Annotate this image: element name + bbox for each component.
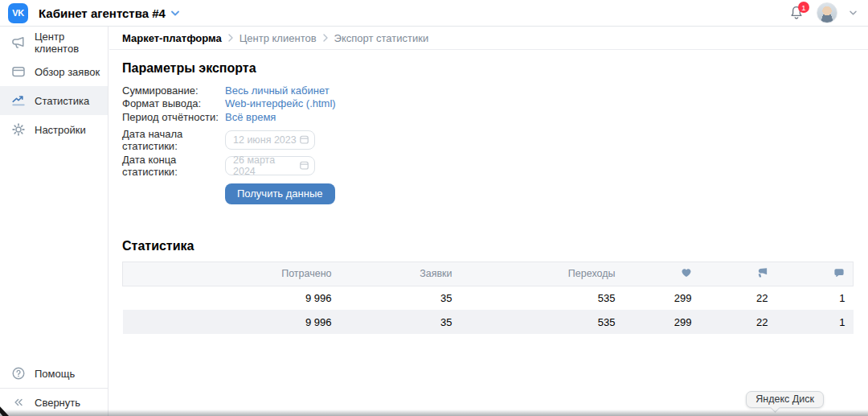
form-row-report-period: Период отчётности: Всё время xyxy=(122,110,854,124)
statistics-icon xyxy=(10,93,27,109)
vk-logo-icon[interactable]: VK xyxy=(8,3,28,23)
output-format-select-link[interactable]: Web-интерфейс (.html) xyxy=(225,97,336,109)
calendar-icon xyxy=(299,134,309,145)
spent-cell: 9 996 xyxy=(215,286,340,310)
end-date-value: 26 марта 2024 xyxy=(233,154,299,177)
orders-icon xyxy=(10,64,27,80)
table-row: 9 996 35 535 299 22 1 xyxy=(123,310,854,334)
breadcrumb-clients-center[interactable]: Центр клиентов xyxy=(240,32,317,44)
chevron-down-icon xyxy=(171,10,179,16)
report-period-select-link[interactable]: Всё время xyxy=(225,111,276,123)
get-data-button[interactable]: Получить данные xyxy=(225,183,335,204)
form-row-end-date: Дата конца статистики: 26 марта 2024 xyxy=(122,156,854,175)
reposts-column-header xyxy=(700,262,776,286)
sidebar-spacer xyxy=(0,144,108,359)
sidebar-item-label: Помощь xyxy=(35,368,75,380)
gear-icon xyxy=(10,122,27,138)
sidebar-item-settings[interactable]: Настройки xyxy=(0,115,108,144)
sidebar-item-help[interactable]: Помощь xyxy=(0,359,108,388)
row-label-cell xyxy=(123,286,215,310)
comments-column-header xyxy=(776,262,854,286)
sidebar-item-label: Свернуть xyxy=(35,397,80,409)
statistics-title: Статистика xyxy=(122,239,854,253)
form-label: Суммирование: xyxy=(122,84,225,97)
chevron-right-icon xyxy=(323,34,328,42)
comment-icon xyxy=(833,267,845,281)
sidebar-item-orders-overview[interactable]: Обзор заявок xyxy=(0,57,108,86)
export-params-title: Параметры экспорта xyxy=(122,61,854,76)
row-label-cell xyxy=(123,310,215,334)
form-row-summation: Суммирование: Весь личный кабинет xyxy=(122,84,854,97)
summation-select-link[interactable]: Весь личный кабинет xyxy=(225,84,330,97)
profile-chevron-down-icon[interactable] xyxy=(850,10,857,15)
sidebar-item-label: Настройки xyxy=(35,124,86,136)
sidebar-item-label: Статистика xyxy=(35,95,89,107)
likes-cell: 299 xyxy=(624,286,700,310)
megaphone-filled-icon xyxy=(756,266,768,281)
spent-cell: 9 996 xyxy=(215,310,340,334)
form-label: Дата начала статистики: xyxy=(122,128,225,152)
calendar-icon xyxy=(299,160,309,171)
leads-cell: 35 xyxy=(340,310,461,334)
notification-badge: 1 xyxy=(798,2,809,13)
form-label: Период отчётности: xyxy=(122,111,225,123)
clicks-column-header: Переходы xyxy=(461,262,624,286)
clicks-cell: 535 xyxy=(461,286,624,310)
megaphone-icon xyxy=(10,35,27,51)
start-date-value: 12 июня 2023 xyxy=(233,134,297,146)
table-header-row: Потрачено Заявки Переходы xyxy=(123,262,854,286)
cabinet-title: Кабинет агентства #4 xyxy=(39,6,166,20)
empty-header-cell xyxy=(123,262,215,286)
form-row-start-date: Дата начала статистики: 12 июня 2023 xyxy=(122,130,854,150)
likes-cell: 299 xyxy=(624,310,700,334)
top-bar: VK Кабинет агентства #4 1 xyxy=(0,0,868,27)
sidebar-item-label: Обзор заявок xyxy=(35,66,100,78)
breadcrumb: Маркет-платформа Центр клиентов Экспорт … xyxy=(109,27,868,50)
breadcrumb-export-statistics: Экспорт статистики xyxy=(334,32,429,44)
start-date-field[interactable]: 12 июня 2023 xyxy=(225,130,315,150)
sidebar-item-clients-center[interactable]: Центр клиентов xyxy=(0,28,108,57)
leads-cell: 35 xyxy=(340,286,461,310)
notifications-button[interactable]: 1 xyxy=(788,5,805,21)
form-row-output-format: Формат вывода: Web-интерфейс (.html) xyxy=(122,97,854,111)
likes-column-header xyxy=(624,262,700,286)
chevron-right-icon xyxy=(228,34,233,42)
heart-icon xyxy=(681,267,692,281)
breadcrumb-market-platform[interactable]: Маркет-платформа xyxy=(122,32,222,44)
help-icon xyxy=(10,365,27,381)
leads-column-header: Заявки xyxy=(340,262,461,286)
comments-cell: 1 xyxy=(776,310,854,334)
collapse-double-chevron-icon xyxy=(10,394,27,410)
avatar[interactable] xyxy=(817,2,837,23)
spent-column-header: Потрачено xyxy=(215,262,340,286)
sidebar: Центр клиентов Обзор заявок Статистика Н… xyxy=(0,27,108,416)
comments-cell: 1 xyxy=(776,286,854,310)
sidebar-item-statistics[interactable]: Статистика xyxy=(0,86,108,115)
sidebar-collapse-button[interactable]: Свернуть xyxy=(0,388,108,416)
reposts-cell: 22 xyxy=(700,286,776,310)
cabinet-switcher[interactable]: Кабинет агентства #4 xyxy=(39,6,179,20)
clicks-cell: 535 xyxy=(461,310,624,334)
form-label: Дата конца статистики: xyxy=(122,154,225,178)
yandex-disk-tooltip[interactable]: Яндекс Диск xyxy=(746,391,824,408)
sidebar-item-label: Центр клиентов xyxy=(35,31,108,55)
form-label: Формат вывода: xyxy=(122,97,225,109)
reposts-cell: 22 xyxy=(700,310,776,334)
end-date-field[interactable]: 26 марта 2024 xyxy=(225,156,315,175)
main-area: Маркет-платформа Центр клиентов Экспорт … xyxy=(109,27,868,416)
table-row: 9 996 35 535 299 22 1 xyxy=(123,286,854,310)
statistics-table: Потрачено Заявки Переходы xyxy=(122,262,854,335)
